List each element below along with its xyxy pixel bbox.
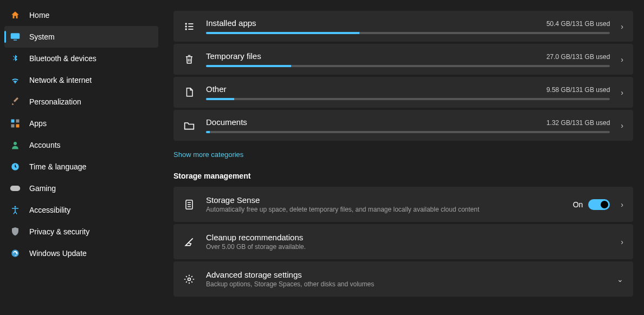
storage-icon	[183, 199, 195, 211]
svg-rect-1	[14, 40, 17, 41]
svg-rect-2	[11, 120, 15, 123]
sidebar-item-personalization[interactable]: Personalization	[4, 91, 158, 113]
sidebar-item-privacy[interactable]: Privacy & security	[4, 221, 158, 242]
home-icon	[10, 10, 21, 21]
card-title: Advanced storage settings	[206, 270, 606, 279]
storage-card-temporary-files[interactable]: Temporary files 27.0 GB/131 GB used ›	[173, 44, 633, 75]
chevron-right-icon: ›	[621, 238, 623, 246]
sidebar-item-label: Accounts	[29, 141, 61, 149]
storage-sense-toggle[interactable]	[588, 199, 610, 210]
section-heading: Storage management	[173, 172, 633, 180]
sidebar-item-label: Windows Update	[29, 249, 87, 258]
svg-rect-4	[11, 124, 15, 128]
svg-rect-0	[11, 33, 20, 39]
storage-card-installed-apps[interactable]: Installed apps 50.4 GB/131 GB used ›	[173, 11, 633, 42]
sidebar-item-label: Apps	[29, 119, 47, 128]
person-icon	[10, 140, 21, 150]
mgmt-card-cleanup[interactable]: Cleanup recommendations Over 5.00 GB of …	[173, 224, 633, 259]
mgmt-card-advanced[interactable]: Advanced storage settings Backup options…	[173, 261, 633, 297]
sidebar-item-label: Accessibility	[29, 206, 70, 214]
card-title: Cleanup recommendations	[206, 233, 610, 242]
toggle-state-label: On	[573, 200, 583, 209]
card-title: Installed apps	[206, 18, 256, 28]
sidebar-item-label: Bluetooth & devices	[29, 54, 96, 63]
svg-rect-8	[10, 186, 20, 191]
progress-fill	[206, 32, 359, 34]
show-more-link[interactable]: Show more categories	[173, 150, 243, 159]
svg-point-21	[188, 278, 191, 280]
progress-bar	[206, 32, 610, 34]
card-title: Documents	[206, 117, 247, 127]
system-icon	[10, 31, 21, 42]
chevron-right-icon: ›	[621, 88, 623, 97]
gear-icon	[183, 273, 195, 285]
sidebar-item-accessibility[interactable]: Accessibility	[4, 199, 158, 221]
sidebar-item-network[interactable]: Network & internet	[4, 69, 158, 91]
progress-fill	[206, 98, 234, 100]
svg-point-9	[15, 206, 16, 208]
wifi-icon	[10, 75, 21, 86]
sidebar-item-gaming[interactable]: Gaming	[4, 178, 158, 199]
card-usage: 9.58 GB/131 GB used	[546, 86, 610, 94]
shield-icon	[10, 226, 21, 237]
broom-icon	[183, 236, 195, 248]
chevron-right-icon: ›	[621, 22, 623, 31]
main-content: Installed apps 50.4 GB/131 GB used › Tem…	[163, 0, 644, 315]
bluetooth-icon	[10, 53, 21, 64]
sidebar-item-label: System	[29, 32, 55, 41]
svg-rect-3	[16, 120, 20, 123]
chevron-down-icon: ⌄	[617, 275, 623, 284]
file-icon	[183, 87, 195, 99]
card-subtitle: Automatically free up space, delete temp…	[206, 206, 562, 213]
svg-point-15	[185, 29, 186, 30]
sidebar-item-label: Home	[29, 11, 49, 19]
sidebar-item-system[interactable]: System	[4, 26, 158, 48]
storage-card-other[interactable]: Other 9.58 GB/131 GB used ›	[173, 77, 633, 108]
svg-point-6	[14, 142, 17, 145]
progress-bar	[206, 98, 610, 100]
progress-bar	[206, 131, 610, 133]
folder-icon	[183, 120, 195, 132]
sidebar-item-label: Time & language	[29, 162, 86, 171]
sidebar-item-accounts[interactable]: Accounts	[4, 134, 158, 156]
progress-fill	[206, 131, 210, 133]
svg-point-10	[11, 250, 19, 257]
mgmt-card-storage-sense[interactable]: Storage Sense Automatically free up spac…	[173, 187, 633, 222]
clock-icon	[10, 161, 21, 172]
sidebar-item-apps[interactable]: Apps	[4, 113, 158, 134]
chevron-right-icon: ›	[621, 200, 623, 209]
card-subtitle: Backup options, Storage Spaces, other di…	[206, 280, 606, 288]
card-usage: 1.32 GB/131 GB used	[546, 119, 610, 127]
accessibility-icon	[10, 205, 21, 215]
apps-icon	[10, 118, 21, 129]
sidebar-item-bluetooth[interactable]: Bluetooth & devices	[4, 48, 158, 69]
sidebar-item-label: Gaming	[29, 184, 56, 193]
sidebar-item-label: Network & internet	[29, 76, 92, 84]
sidebar-item-update[interactable]: Windows Update	[4, 242, 158, 264]
sidebar-item-label: Personalization	[29, 97, 81, 106]
card-usage: 27.0 GB/131 GB used	[546, 53, 610, 61]
gamepad-icon	[10, 183, 21, 194]
sidebar-item-home[interactable]: Home	[4, 4, 158, 26]
sidebar: Home System Bluetooth & devices Network …	[0, 0, 163, 315]
progress-fill	[206, 65, 291, 67]
chevron-right-icon: ›	[621, 121, 623, 130]
sidebar-item-time[interactable]: Time & language	[4, 156, 158, 178]
card-usage: 50.4 GB/131 GB used	[546, 20, 610, 28]
card-title: Other	[206, 84, 227, 94]
card-title: Storage Sense	[206, 195, 562, 205]
sidebar-item-label: Privacy & security	[29, 227, 89, 236]
svg-point-13	[185, 26, 186, 27]
progress-bar	[206, 65, 610, 67]
trash-icon	[183, 54, 195, 65]
card-subtitle: Over 5.00 GB of storage available.	[206, 243, 610, 251]
brush-icon	[10, 96, 21, 107]
card-title: Temporary files	[206, 51, 261, 61]
update-icon	[10, 248, 21, 259]
storage-card-documents[interactable]: Documents 1.32 GB/131 GB used ›	[173, 110, 633, 141]
chevron-right-icon: ›	[621, 55, 623, 64]
list-icon	[183, 21, 195, 32]
svg-point-11	[185, 23, 186, 24]
svg-rect-5	[16, 124, 20, 128]
